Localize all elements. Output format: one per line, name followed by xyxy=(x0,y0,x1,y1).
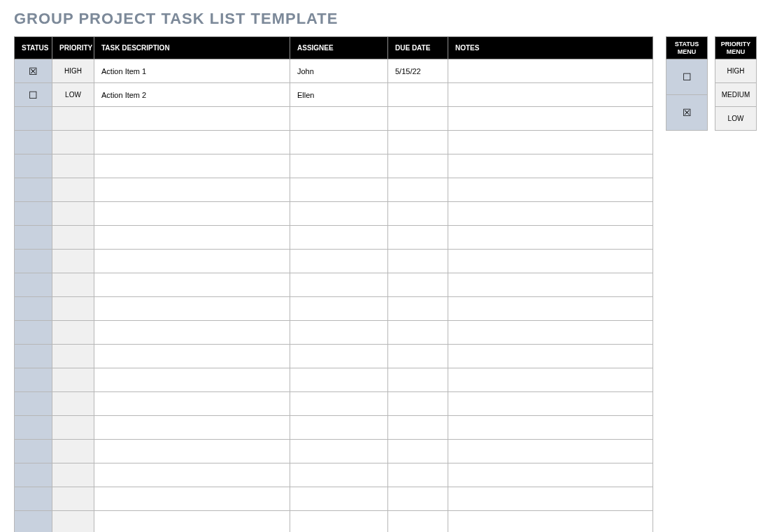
priority-cell[interactable] xyxy=(52,273,94,297)
duedate-cell[interactable] xyxy=(388,131,448,154)
status-menu-item[interactable]: ☒ xyxy=(666,95,708,131)
status-cell[interactable]: ☒ xyxy=(15,59,52,83)
task-description-cell[interactable] xyxy=(94,487,290,511)
duedate-cell[interactable] xyxy=(388,440,448,463)
duedate-cell[interactable] xyxy=(388,107,448,131)
task-description-cell[interactable] xyxy=(94,273,290,297)
priority-cell[interactable] xyxy=(52,392,94,416)
notes-cell[interactable] xyxy=(448,321,653,345)
assignee-cell[interactable] xyxy=(290,297,388,321)
notes-cell[interactable] xyxy=(448,250,653,273)
priority-cell[interactable]: LOW xyxy=(52,83,94,107)
status-cell[interactable] xyxy=(15,131,52,154)
task-description-cell[interactable] xyxy=(94,416,290,440)
task-description-cell[interactable] xyxy=(94,392,290,416)
duedate-cell[interactable] xyxy=(388,273,448,297)
notes-cell[interactable] xyxy=(448,154,653,178)
notes-cell[interactable] xyxy=(448,297,653,321)
notes-cell[interactable] xyxy=(448,345,653,368)
status-cell[interactable] xyxy=(15,345,52,368)
assignee-cell[interactable] xyxy=(290,345,388,368)
priority-cell[interactable] xyxy=(52,463,94,487)
notes-cell[interactable] xyxy=(448,59,653,83)
status-cell[interactable] xyxy=(15,487,52,511)
assignee-cell[interactable] xyxy=(290,178,388,202)
assignee-cell[interactable] xyxy=(290,321,388,345)
task-description-cell[interactable] xyxy=(94,321,290,345)
assignee-cell[interactable] xyxy=(290,250,388,273)
task-description-cell[interactable] xyxy=(94,202,290,226)
status-cell[interactable] xyxy=(15,440,52,463)
duedate-cell[interactable] xyxy=(388,511,448,533)
assignee-cell[interactable] xyxy=(290,154,388,178)
status-cell[interactable] xyxy=(15,178,52,202)
duedate-cell[interactable]: 5/15/22 xyxy=(388,59,448,83)
task-description-cell[interactable] xyxy=(94,154,290,178)
task-description-cell[interactable] xyxy=(94,297,290,321)
notes-cell[interactable] xyxy=(448,487,653,511)
status-cell[interactable] xyxy=(15,463,52,487)
duedate-cell[interactable] xyxy=(388,368,448,392)
assignee-cell[interactable] xyxy=(290,368,388,392)
duedate-cell[interactable] xyxy=(388,487,448,511)
priority-cell[interactable] xyxy=(52,107,94,131)
assignee-cell[interactable] xyxy=(290,107,388,131)
notes-cell[interactable] xyxy=(448,273,653,297)
task-description-cell[interactable] xyxy=(94,440,290,463)
task-description-cell[interactable] xyxy=(94,178,290,202)
notes-cell[interactable] xyxy=(448,463,653,487)
priority-cell[interactable] xyxy=(52,178,94,202)
notes-cell[interactable] xyxy=(448,226,653,250)
notes-cell[interactable] xyxy=(448,416,653,440)
notes-cell[interactable] xyxy=(448,107,653,131)
notes-cell[interactable] xyxy=(448,178,653,202)
assignee-cell[interactable] xyxy=(290,131,388,154)
duedate-cell[interactable] xyxy=(388,392,448,416)
notes-cell[interactable] xyxy=(448,511,653,533)
assignee-cell[interactable] xyxy=(290,202,388,226)
status-cell[interactable] xyxy=(15,202,52,226)
duedate-cell[interactable] xyxy=(388,463,448,487)
status-cell[interactable] xyxy=(15,416,52,440)
notes-cell[interactable] xyxy=(448,368,653,392)
duedate-cell[interactable] xyxy=(388,178,448,202)
assignee-cell[interactable] xyxy=(290,226,388,250)
status-cell[interactable] xyxy=(15,297,52,321)
duedate-cell[interactable] xyxy=(388,250,448,273)
duedate-cell[interactable] xyxy=(388,202,448,226)
priority-cell[interactable] xyxy=(52,250,94,273)
notes-cell[interactable] xyxy=(448,83,653,107)
task-description-cell[interactable] xyxy=(94,345,290,368)
priority-cell[interactable] xyxy=(52,154,94,178)
status-cell[interactable] xyxy=(15,392,52,416)
task-description-cell[interactable] xyxy=(94,511,290,533)
task-description-cell[interactable]: Action Item 2 xyxy=(94,83,290,107)
assignee-cell[interactable]: John xyxy=(290,59,388,83)
task-description-cell[interactable] xyxy=(94,107,290,131)
status-cell[interactable] xyxy=(15,368,52,392)
priority-cell[interactable] xyxy=(52,487,94,511)
task-description-cell[interactable] xyxy=(94,250,290,273)
duedate-cell[interactable] xyxy=(388,345,448,368)
task-description-cell[interactable] xyxy=(94,463,290,487)
duedate-cell[interactable] xyxy=(388,416,448,440)
assignee-cell[interactable]: Ellen xyxy=(290,83,388,107)
priority-cell[interactable]: HIGH xyxy=(52,59,94,83)
priority-menu-item[interactable]: MEDIUM xyxy=(715,83,757,107)
status-menu-item[interactable]: ☐ xyxy=(666,59,708,95)
status-cell[interactable] xyxy=(15,154,52,178)
assignee-cell[interactable] xyxy=(290,487,388,511)
duedate-cell[interactable] xyxy=(388,297,448,321)
priority-cell[interactable] xyxy=(52,202,94,226)
status-cell[interactable] xyxy=(15,273,52,297)
assignee-cell[interactable] xyxy=(290,392,388,416)
status-cell[interactable]: ☐ xyxy=(15,83,52,107)
task-description-cell[interactable] xyxy=(94,226,290,250)
priority-cell[interactable] xyxy=(52,416,94,440)
task-description-cell[interactable]: Action Item 1 xyxy=(94,59,290,83)
status-cell[interactable] xyxy=(15,511,52,533)
priority-cell[interactable] xyxy=(52,297,94,321)
priority-cell[interactable] xyxy=(52,368,94,392)
priority-menu-item[interactable]: LOW xyxy=(715,107,757,131)
assignee-cell[interactable] xyxy=(290,440,388,463)
